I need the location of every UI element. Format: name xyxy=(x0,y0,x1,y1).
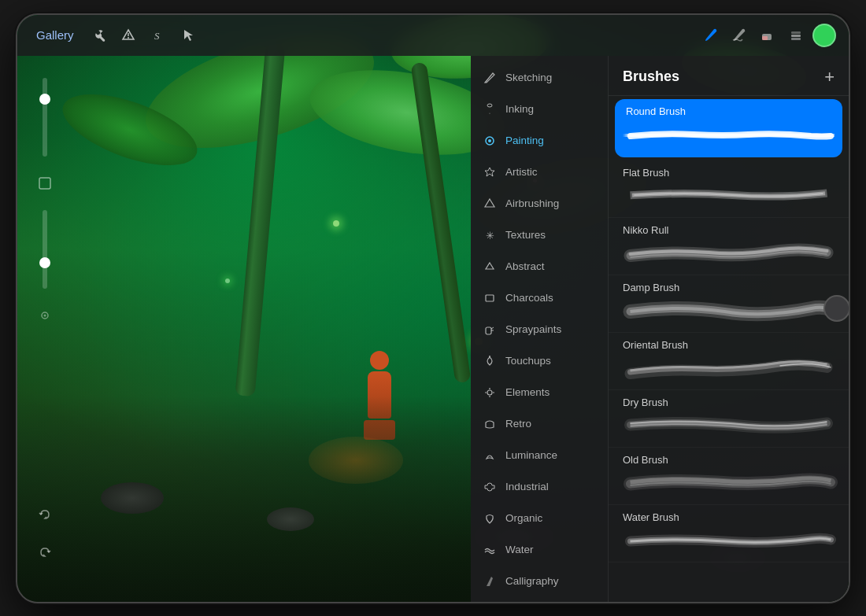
svg-text:✳: ✳ xyxy=(486,230,494,242)
path-glow xyxy=(309,437,403,484)
light-particle xyxy=(333,220,339,227)
home-button[interactable] xyxy=(823,295,850,322)
elements-icon xyxy=(482,385,498,400)
brush-size-slider[interactable] xyxy=(43,210,47,289)
brushes-panel: Sketching Inking Painting xyxy=(471,56,849,602)
industrial-icon xyxy=(482,479,498,495)
category-item-industrial[interactable]: Industrial xyxy=(471,471,608,503)
category-label: Sketching xyxy=(505,72,552,83)
brush-tool-icon[interactable] xyxy=(699,24,723,47)
brush-preview xyxy=(620,183,838,211)
selection-tool-icon[interactable] xyxy=(31,169,59,197)
svg-point-12 xyxy=(487,104,492,107)
water-icon xyxy=(482,542,498,558)
category-item-abstract[interactable]: Abstract xyxy=(471,251,608,282)
layers-icon[interactable] xyxy=(784,24,808,47)
brush-preview xyxy=(620,355,838,383)
redo-button[interactable] xyxy=(31,539,59,567)
artistic-icon xyxy=(482,164,498,180)
brush-list: Round Brush xyxy=(609,96,849,602)
brush-preview xyxy=(620,412,838,441)
touchups-icon xyxy=(482,353,498,369)
category-item-organic[interactable]: Organic xyxy=(471,503,608,534)
category-item-charcoals[interactable]: Charcoals xyxy=(471,282,608,314)
brush-item-damp[interactable]: Damp Brush xyxy=(609,275,849,333)
svg-marker-18 xyxy=(486,263,494,269)
view-icon[interactable] xyxy=(31,301,59,330)
painting-icon xyxy=(482,133,498,149)
svg-rect-9 xyxy=(39,178,50,189)
undo-button[interactable] xyxy=(31,501,59,529)
category-label: Retro xyxy=(505,418,531,430)
category-item-painting[interactable]: Painting xyxy=(471,125,608,157)
opacity-slider[interactable] xyxy=(43,78,47,157)
rock xyxy=(101,482,164,514)
brush-item-dry[interactable]: Dry Brush xyxy=(609,390,849,448)
category-item-spraypaints[interactable]: Spraypaints xyxy=(471,314,608,345)
category-item-artistic[interactable]: Artistic xyxy=(471,157,608,188)
organic-icon xyxy=(482,511,498,526)
svg-marker-16 xyxy=(485,199,494,207)
svg-rect-6 xyxy=(791,31,801,34)
inking-icon xyxy=(482,101,498,117)
toolbar-left: Gallery xyxy=(30,24,699,47)
category-item-sketching[interactable]: Sketching xyxy=(471,62,608,94)
brush-name: Dry Brush xyxy=(620,397,838,408)
category-item-textures[interactable]: ✳ Textures xyxy=(471,219,608,251)
brush-name: Flat Brush xyxy=(620,167,838,179)
smudge-tool-icon[interactable] xyxy=(727,24,751,47)
brushes-title: Brushes xyxy=(623,68,679,85)
brush-preview xyxy=(623,122,835,150)
svg-rect-20 xyxy=(486,327,491,334)
category-item-airbrushing[interactable]: Airbrushing xyxy=(471,188,608,219)
category-item-inking[interactable]: Inking xyxy=(471,94,608,125)
category-label: Inking xyxy=(505,103,534,115)
select-icon[interactable] xyxy=(176,24,200,47)
transform-icon[interactable]: S xyxy=(146,24,170,47)
category-label: Spraypaints xyxy=(505,323,561,335)
brush-item-old[interactable]: Old Brush xyxy=(609,448,849,505)
brush-preview xyxy=(620,470,838,498)
opacity-slider-thumb[interactable] xyxy=(39,94,50,105)
canvas-area: Gallery xyxy=(17,15,849,602)
svg-marker-15 xyxy=(485,168,494,176)
brush-item-nikko[interactable]: Nikko Rull xyxy=(609,218,849,275)
category-label: Touchups xyxy=(505,355,551,367)
category-label: Artistic xyxy=(505,166,538,178)
gallery-button[interactable]: Gallery xyxy=(30,25,80,45)
category-item-calligraphy[interactable]: Calligraphy xyxy=(471,566,608,597)
brush-preview xyxy=(620,297,838,326)
category-label: Water xyxy=(505,544,534,555)
top-toolbar: Gallery xyxy=(17,15,849,56)
airbrushing-icon xyxy=(482,196,498,212)
category-label: Calligraphy xyxy=(505,575,559,587)
adjustments-icon[interactable] xyxy=(117,24,140,47)
category-item-elements[interactable]: Elements xyxy=(471,377,608,408)
brush-size-thumb[interactable] xyxy=(39,257,50,268)
category-item-water[interactable]: Water xyxy=(471,534,608,566)
category-item-touchups[interactable]: Touchups xyxy=(471,345,608,377)
brush-item-flat[interactable]: Flat Brush xyxy=(609,160,849,218)
category-item-retro[interactable]: Retro xyxy=(471,408,608,440)
brush-item-water[interactable]: Water Brush xyxy=(609,505,849,563)
brush-preview xyxy=(620,240,838,268)
brush-name: Old Brush xyxy=(620,454,838,466)
category-label: Luminance xyxy=(505,449,557,461)
brush-item-round[interactable]: Round Brush xyxy=(615,99,842,157)
add-brush-button[interactable]: + xyxy=(824,67,835,87)
spraypaints-icon xyxy=(482,322,498,338)
svg-point-2 xyxy=(128,37,129,39)
svg-point-14 xyxy=(488,139,491,142)
brush-name: Damp Brush xyxy=(620,282,838,293)
category-label: Abstract xyxy=(505,260,545,272)
eraser-tool-icon[interactable] xyxy=(756,24,779,47)
retro-icon xyxy=(482,416,498,432)
svg-text:S: S xyxy=(154,30,160,42)
category-item-luminance[interactable]: Luminance xyxy=(471,440,608,471)
left-toolbar xyxy=(25,56,65,602)
wrench-icon[interactable] xyxy=(87,24,110,47)
brush-item-oriental[interactable]: Oriental Brush xyxy=(609,333,849,390)
rock xyxy=(267,507,314,531)
category-label: Elements xyxy=(505,386,550,398)
color-picker[interactable] xyxy=(812,24,836,47)
